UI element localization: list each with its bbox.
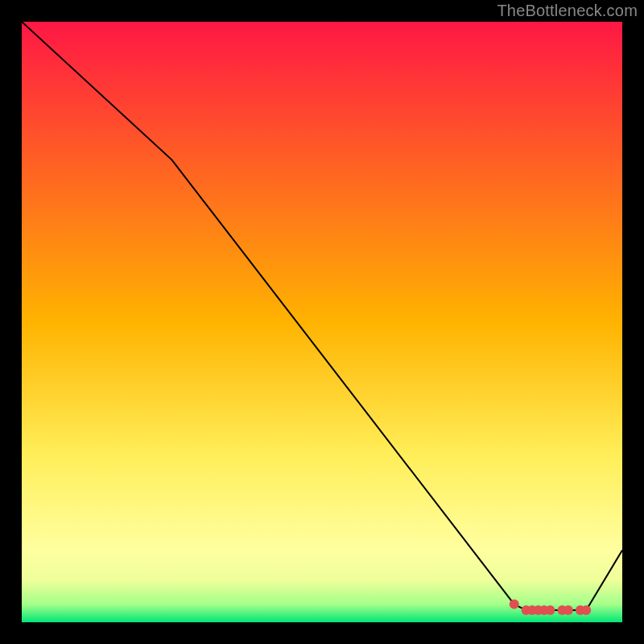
chart-marker	[546, 605, 555, 615]
chart-marker	[510, 600, 519, 609]
attribution-label: TheBottleneck.com	[497, 2, 638, 20]
chart-background	[22, 22, 622, 622]
chart-svg	[22, 22, 622, 622]
plot-area	[22, 22, 622, 622]
chart-marker	[581, 605, 591, 615]
chart-container: TheBottleneck.com	[0, 0, 644, 644]
chart-marker	[564, 605, 573, 615]
